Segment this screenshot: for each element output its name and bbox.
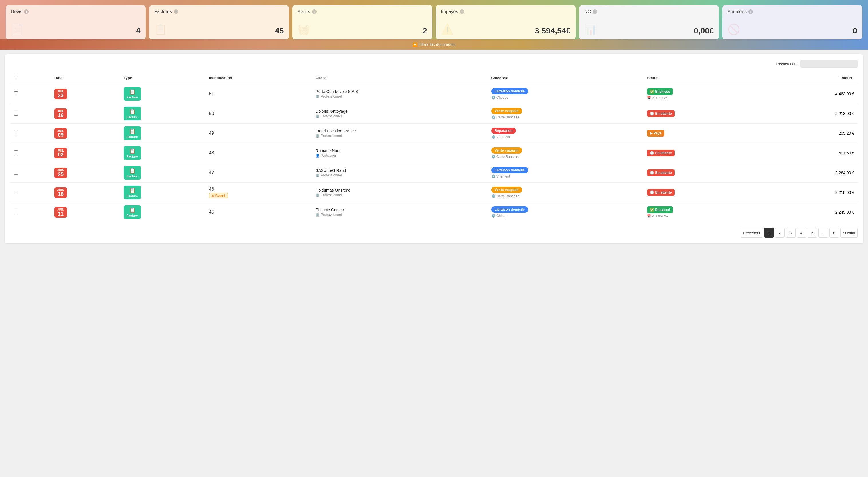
client-sub-1: 🏢 Professionnel bbox=[315, 114, 484, 118]
row-client: Porte Courbevoie S.A.S 🏢 Professionnel bbox=[312, 84, 488, 104]
card-icon-nc: 📊 bbox=[584, 24, 597, 35]
pagination-prev[interactable]: Précédent bbox=[741, 228, 763, 238]
row-type: 📋 Facture bbox=[120, 143, 206, 163]
card-value-annulees: 0 bbox=[852, 26, 857, 35]
day-4: 25 bbox=[58, 172, 64, 177]
row-checkbox-1[interactable] bbox=[14, 111, 18, 115]
cat-badge-0: Livraison domicile bbox=[491, 88, 528, 94]
date-badge-3: JUIL 02 bbox=[54, 148, 67, 159]
type-badge-2: 📋 Facture bbox=[124, 126, 141, 140]
pagination-page-2[interactable]: 2 bbox=[775, 228, 785, 238]
table-row[interactable]: JUIN 18 📋 Facture 46⚠ Retard Holdumas On… bbox=[10, 183, 858, 202]
table-row[interactable]: JUIL 09 📋 Facture 49 Trend Location Fran… bbox=[10, 124, 858, 143]
type-icon-6: 📋 bbox=[129, 207, 135, 213]
table-row[interactable]: JUIL 16 📋 Facture 50 Doloris Nettoyage 🏢… bbox=[10, 104, 858, 124]
type-badge-5: 📋 Facture bbox=[124, 185, 141, 199]
summary-card-devis[interactable]: Devis i 📄 4 bbox=[6, 5, 146, 39]
client-name-4: SASU LeG Rand bbox=[315, 168, 484, 173]
payment-5: ⚙️ Carte Bancaire bbox=[491, 194, 641, 198]
client-name-5: Holdumas OnTrend bbox=[315, 188, 484, 193]
type-icon-1: 📋 bbox=[129, 108, 135, 115]
row-checkbox-6[interactable] bbox=[14, 210, 18, 214]
payment-4: ⚙️ Virement bbox=[491, 174, 641, 178]
col-date: Date bbox=[51, 72, 120, 84]
type-icon-2: 📋 bbox=[129, 128, 135, 134]
pagination-page-5[interactable]: 5 bbox=[808, 228, 817, 238]
month-2: JUIL bbox=[57, 129, 64, 132]
pagination-page-8[interactable]: 8 bbox=[829, 228, 839, 238]
row-id: 51 bbox=[206, 84, 312, 104]
table-row[interactable]: JUIN 25 📋 Facture 47 SASU LeG Rand 🏢 Pro… bbox=[10, 163, 858, 183]
info-icon-devis: i bbox=[24, 9, 29, 14]
row-checkbox-5[interactable] bbox=[14, 190, 18, 195]
pagination-page-1[interactable]: 1 bbox=[764, 228, 774, 238]
summary-card-factures[interactable]: Factures i 📋 45 bbox=[149, 5, 289, 39]
row-client: Trend Location France 🏢 Professionnel bbox=[312, 124, 488, 143]
day-1: 16 bbox=[58, 113, 64, 118]
status-badge-3: 🕐 En attente bbox=[647, 149, 675, 157]
card-title-impayes: Impayés i bbox=[441, 9, 464, 14]
select-all-checkbox[interactable] bbox=[14, 75, 18, 80]
month-5: JUIN bbox=[57, 189, 64, 192]
cat-badge-6: Livraison domicile bbox=[491, 206, 528, 213]
type-label-4: Facture bbox=[127, 174, 138, 178]
type-badge-1: 📋 Facture bbox=[124, 107, 141, 121]
row-checkbox-4[interactable] bbox=[14, 170, 18, 175]
month-3: JUIL bbox=[57, 149, 64, 152]
row-category: Vente magasin ⚙️ Carte Bancaire bbox=[488, 104, 644, 124]
total-value-5: 2 218,00 € bbox=[835, 190, 854, 195]
type-label-0: Facture bbox=[127, 96, 138, 99]
retard-badge-5: ⚠ Retard bbox=[209, 193, 228, 199]
col-identification: Identification bbox=[206, 72, 312, 84]
cat-badge-5: Vente magasin bbox=[491, 187, 522, 193]
status-date-6: 📅 20/06/2024 bbox=[647, 214, 762, 218]
row-checkbox-0[interactable] bbox=[14, 91, 18, 96]
id-num-6: 45 bbox=[209, 210, 214, 214]
row-category: Vente magasin ⚙️ Carte Bancaire bbox=[488, 183, 644, 202]
date-badge-5: JUIN 18 bbox=[54, 187, 67, 198]
month-4: JUIN bbox=[57, 169, 64, 172]
payment-1: ⚙️ Carte Bancaire bbox=[491, 115, 641, 119]
month-6: JUIN bbox=[57, 208, 64, 211]
row-checkbox-3[interactable] bbox=[14, 150, 18, 155]
pagination-page-4[interactable]: 4 bbox=[797, 228, 806, 238]
table-row[interactable]: JUIL 23 📋 Facture 51 Porte Courbevoie S.… bbox=[10, 84, 858, 104]
card-title-devis: Devis i bbox=[11, 9, 29, 14]
row-client: Doloris Nettoyage 🏢 Professionnel bbox=[312, 104, 488, 124]
summary-card-nc[interactable]: NC i 📊 0,00€ bbox=[579, 5, 719, 39]
summary-card-avoirs[interactable]: Avoirs i 🧺 2 bbox=[292, 5, 432, 39]
payment-2: ⚙️ Virement bbox=[491, 135, 641, 139]
summary-card-impayes[interactable]: Impayés i ⚠️ 3 594,54€ bbox=[436, 5, 576, 39]
table-row[interactable]: JUIN 11 📋 Facture 45 El Lucie Gautier 🏢 … bbox=[10, 202, 858, 222]
search-input[interactable] bbox=[800, 60, 858, 68]
card-title-factures: Factures i bbox=[154, 9, 178, 14]
client-name-1: Doloris Nettoyage bbox=[315, 109, 484, 113]
summary-card-annulees[interactable]: Annulées i 🚫 0 bbox=[722, 5, 862, 39]
row-category: Livraison domicile ⚙️ Chèque bbox=[488, 202, 644, 222]
card-icon-impayes: ⚠️ bbox=[441, 24, 454, 35]
status-badge-1: 🕐 En attente bbox=[647, 110, 675, 117]
type-icon-5: 📋 bbox=[129, 187, 135, 194]
row-checkbox-2[interactable] bbox=[14, 131, 18, 135]
row-id: 50 bbox=[206, 104, 312, 124]
pagination-page-...[interactable]: ... bbox=[818, 228, 828, 238]
card-value-nc: 0,00€ bbox=[694, 26, 714, 35]
date-badge-1: JUIL 16 bbox=[54, 108, 67, 119]
row-status: ✅ Encaissé📅 23/07/2024 bbox=[644, 84, 766, 104]
row-client: El Lucie Gautier 🏢 Professionnel bbox=[312, 202, 488, 222]
id-num-2: 49 bbox=[209, 131, 214, 136]
filter-bar[interactable]: 🔽 Filtrer les documents bbox=[0, 39, 868, 50]
id-num-5: 46 bbox=[209, 187, 214, 192]
pagination-page-3[interactable]: 3 bbox=[786, 228, 796, 238]
row-status: 🕐 En attente bbox=[644, 143, 766, 163]
client-sub-4: 🏢 Professionnel bbox=[315, 173, 484, 177]
col-total-ht: Total HT bbox=[766, 72, 858, 84]
card-icon-factures: 📋 bbox=[154, 24, 167, 35]
day-0: 23 bbox=[58, 93, 64, 98]
payment-0: ⚙️ Chèque bbox=[491, 96, 641, 100]
pagination-next[interactable]: Suivant bbox=[840, 228, 858, 238]
table-row[interactable]: JUIL 02 📋 Facture 48 Romane Noel 👤 Parti… bbox=[10, 143, 858, 163]
type-badge-0: 📋 Facture bbox=[124, 87, 141, 101]
row-total: 2 245,00 € bbox=[766, 202, 858, 222]
date-badge-0: JUIL 23 bbox=[54, 89, 67, 99]
